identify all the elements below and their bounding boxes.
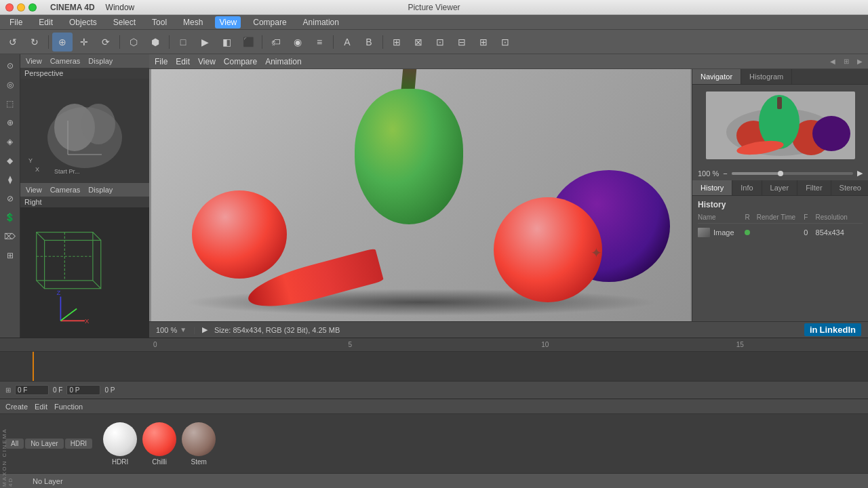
history-row[interactable]: Image 0 854x434 — [698, 226, 863, 239]
mode-btn-3[interactable]: ⬚ — [1, 95, 19, 113]
pv-zoom-handle[interactable] — [778, 171, 783, 176]
render-active[interactable]: ⬛ — [238, 33, 258, 52]
macos-titlebar: CINEMA 4D Window Picture Viewer — [0, 0, 868, 15]
pv-tab-navigator[interactable]: Navigator — [692, 69, 741, 84]
end-frame-input[interactable] — [66, 385, 100, 395]
menu-mesh[interactable]: Mesh — [179, 16, 207, 28]
pv-menu-view[interactable]: View — [198, 57, 216, 66]
undo-btn[interactable]: ↺ — [3, 33, 23, 52]
pv-menu-edit[interactable]: Edit — [176, 57, 190, 66]
mat-mgr[interactable]: ◉ — [288, 33, 308, 52]
tex-tag[interactable]: 🏷 — [266, 33, 286, 52]
left-viewports: View Cameras Display Perspective — [20, 54, 149, 338]
anim-btn[interactable]: A — [337, 33, 357, 52]
mat-menu-create[interactable]: Create — [5, 403, 28, 411]
mode-btn-4[interactable]: ⊕ — [1, 114, 19, 131]
mat-menu-function[interactable]: Function — [54, 403, 83, 411]
play-btn[interactable]: ▶ — [202, 325, 208, 334]
mat-label-stem: Stem — [191, 458, 206, 466]
vp-cameras-menu[interactable]: Cameras — [50, 57, 81, 65]
timeline-body[interactable] — [0, 352, 868, 381]
pv-tab-filter[interactable]: Filter — [797, 180, 831, 195]
mode-btn-7[interactable]: ⧫ — [1, 171, 19, 188]
fullscreen-button[interactable] — [28, 3, 37, 12]
menu-select[interactable]: Select — [109, 16, 140, 28]
start-preview-btn[interactable]: Start Pr... — [54, 168, 80, 175]
mat-menu-edit[interactable]: Edit — [35, 403, 47, 411]
mode-btn-10[interactable]: ⌦ — [1, 228, 19, 245]
render-region[interactable]: ◧ — [216, 33, 237, 52]
vp2-view-menu[interactable]: View — [26, 186, 42, 194]
mode-btn-2[interactable]: ◎ — [1, 76, 19, 94]
svg-text:X: X — [85, 317, 90, 325]
pv-tab-info[interactable]: Info — [732, 180, 762, 195]
mode-btn-11[interactable]: ⊞ — [1, 247, 19, 264]
pv-menu-compare[interactable]: Compare — [224, 57, 257, 66]
window-menu[interactable]: Window — [106, 3, 135, 12]
col-r-header: R — [745, 214, 756, 221]
perspective-viewport-body[interactable]: Y X Start Pr... — [20, 79, 149, 183]
close-button[interactable] — [5, 3, 14, 12]
tomato-right — [494, 197, 602, 302]
t6[interactable]: ⊡ — [495, 33, 515, 52]
redo-btn[interactable]: ↻ — [24, 33, 45, 52]
menu-edit[interactable]: Edit — [35, 16, 57, 28]
pv-zoom-plus[interactable]: ▶ — [857, 169, 863, 178]
mat-sphere-stem[interactable] — [182, 422, 216, 456]
timeline-mark-0: 0 — [58, 341, 253, 348]
vp-view-menu[interactable]: View — [26, 57, 42, 65]
vp2-cameras-menu[interactable]: Cameras — [50, 186, 81, 194]
vp-display-menu[interactable]: Display — [88, 57, 113, 65]
vp2-display-menu[interactable]: Display — [88, 186, 113, 194]
menu-objects[interactable]: Objects — [65, 16, 101, 28]
mat-sphere-hdri[interactable] — [103, 422, 137, 456]
layer-mgr[interactable]: ≡ — [309, 33, 330, 52]
pv-tab-layer[interactable]: Layer — [762, 180, 798, 195]
pv-menu-file[interactable]: File — [155, 57, 167, 66]
pv-tab-history[interactable]: History — [692, 180, 732, 195]
render-btn[interactable]: ▶ — [195, 33, 215, 52]
pv-icon-grid[interactable]: ⊞ — [844, 58, 849, 65]
cursor-tool[interactable]: ⊕ — [52, 33, 73, 52]
pv-tab-stereo[interactable]: Stereo — [831, 180, 868, 195]
history-title: History — [698, 200, 863, 209]
mat-filter-no-layer[interactable]: No Layer — [25, 439, 64, 449]
mode-btn-6[interactable]: ◆ — [1, 152, 19, 169]
zoom-down-icon[interactable]: ▼ — [180, 326, 186, 333]
t2[interactable]: ⊠ — [408, 33, 429, 52]
mode-btn-1[interactable]: ⊙ — [1, 57, 19, 75]
t1[interactable]: ⊞ — [387, 33, 407, 52]
points-tool[interactable]: ⬡ — [123, 33, 144, 52]
menu-file[interactable]: File — [5, 16, 26, 28]
menu-compare[interactable]: Compare — [249, 16, 290, 28]
history-r — [745, 228, 756, 237]
t3[interactable]: ⊡ — [430, 33, 450, 52]
t4[interactable]: ⊟ — [452, 33, 472, 52]
pv-zoom-slider[interactable] — [732, 172, 853, 175]
pv-icon-left[interactable]: ◀ — [830, 58, 835, 65]
obj-preview-svg — [37, 87, 132, 175]
mat-sphere-chilli[interactable] — [142, 422, 176, 456]
script-btn[interactable]: B — [359, 33, 379, 52]
col-rt-header: Render Time — [757, 214, 804, 221]
edges-tool[interactable]: ⬢ — [145, 33, 165, 52]
minimize-button[interactable] — [17, 3, 25, 12]
right-viewport-body[interactable]: X Z — [20, 207, 149, 338]
rotate-tool[interactable]: ⟳ — [96, 33, 116, 52]
mode-btn-9[interactable]: 💲 — [1, 209, 19, 226]
current-frame-input[interactable] — [15, 385, 49, 395]
pv-tab-histogram[interactable]: Histogram — [741, 69, 792, 84]
object-tool[interactable]: □ — [173, 33, 193, 52]
pv-zoom-minus[interactable]: − — [723, 169, 727, 178]
render-canvas[interactable]: ✦ — [149, 69, 692, 321]
t5[interactable]: ⊞ — [473, 33, 494, 52]
mat-filter-hdri[interactable]: HDRI — [65, 439, 92, 449]
pv-menu-animation[interactable]: Animation — [265, 57, 301, 66]
menu-tool[interactable]: Tool — [148, 16, 171, 28]
mode-btn-8[interactable]: ⊘ — [1, 190, 19, 207]
mode-btn-5[interactable]: ◈ — [1, 133, 19, 150]
menu-animation[interactable]: Animation — [299, 16, 343, 28]
pv-icon-right[interactable]: ▶ — [857, 58, 863, 65]
move-tool[interactable]: ✛ — [74, 33, 94, 52]
menu-view[interactable]: View — [215, 16, 241, 28]
